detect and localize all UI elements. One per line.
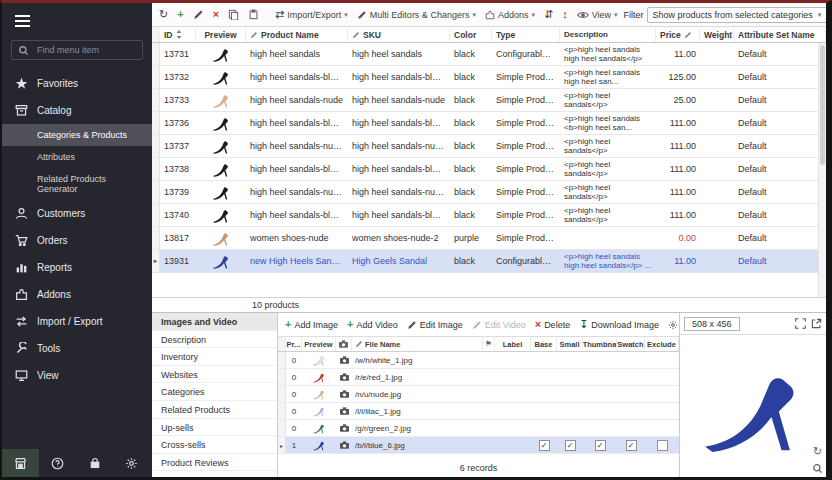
rotate-icon[interactable]: ↻ xyxy=(813,446,822,457)
sidebar-search[interactable] xyxy=(11,40,143,60)
column-header-weight[interactable]: Weight xyxy=(700,27,734,42)
column-header-small[interactable]: Small xyxy=(557,337,583,351)
tab-categories[interactable]: Categories xyxy=(152,383,277,401)
sidebar-item-reports[interactable]: Reports xyxy=(2,254,152,281)
gear-icon[interactable] xyxy=(113,449,150,477)
swatch-checkbox[interactable] xyxy=(626,440,637,451)
list-item[interactable]: 0 /n/u/nude.jpg xyxy=(278,386,679,403)
image-size-field[interactable]: 508 x 456 xyxy=(684,317,740,331)
column-header-description[interactable]: Description xyxy=(560,27,656,42)
sidebar-item-related-products-generator[interactable]: Related Products Generator xyxy=(2,168,152,200)
small-checkbox[interactable] xyxy=(565,440,576,451)
download-image-button[interactable]: ↧Download Image xyxy=(579,319,659,330)
column-header-base[interactable]: Base xyxy=(531,337,557,351)
scrollbar-thumb[interactable] xyxy=(820,45,825,165)
multi-editors-menu[interactable]: Multi Editors & Changers▾ xyxy=(354,8,479,22)
paste-button[interactable] xyxy=(245,7,262,22)
column-header-price[interactable]: Price xyxy=(656,27,700,42)
table-row[interactable]: 13740 high heel sandals-black-38 high he… xyxy=(152,204,826,227)
exclude-checkbox[interactable] xyxy=(657,440,668,451)
column-header-preview[interactable]: Preview xyxy=(196,27,246,42)
tab-websites[interactable]: Websites xyxy=(152,366,277,384)
copy-button[interactable] xyxy=(225,7,242,22)
column-header-type[interactable]: Type xyxy=(492,27,560,42)
table-row[interactable]: 13738 high heel sandals-black-37 high he… xyxy=(152,158,826,181)
table-row[interactable]: 13731 high heel sandals high heel sandal… xyxy=(152,43,826,66)
column-header-id[interactable]: ID xyxy=(160,27,196,42)
table-row[interactable]: 13732 high heel sandals-black high heel … xyxy=(152,66,826,89)
column-header-swatch[interactable]: Swatch xyxy=(617,337,645,351)
tab-up-sells[interactable]: Up-sells xyxy=(152,419,277,437)
add-image-button[interactable]: +Add Image xyxy=(285,319,338,330)
tab-description[interactable]: Description xyxy=(152,331,277,349)
column-header-product-name[interactable]: Product Name xyxy=(246,27,348,42)
add-video-button[interactable]: +Add Video xyxy=(347,319,398,330)
column-header-position[interactable]: Pr... xyxy=(286,337,302,351)
table-row[interactable]: 13739 high heel sandals-nude-37 high hee… xyxy=(152,181,826,204)
cell-small[interactable] xyxy=(557,440,583,451)
sidebar-item-import-export[interactable]: Import / Export xyxy=(2,308,152,335)
zoom-icon[interactable] xyxy=(812,463,823,474)
tab-inventory[interactable]: Inventory xyxy=(152,348,277,366)
store-icon[interactable] xyxy=(2,449,39,477)
column-header-sku[interactable]: SKU xyxy=(348,27,450,42)
menu-icon[interactable] xyxy=(2,3,152,36)
column-header-preview[interactable]: Preview xyxy=(302,337,336,351)
column-header-thumbnail[interactable]: Thumbna xyxy=(583,337,617,351)
fit-screen-button[interactable] xyxy=(795,318,806,329)
tab-product-reviews[interactable]: Product Reviews xyxy=(152,454,277,472)
preview-image-area[interactable]: ↻ xyxy=(680,335,826,477)
help-icon[interactable] xyxy=(39,449,76,477)
tab-related-products[interactable]: Related Products xyxy=(152,401,277,419)
sidebar-item-categories-products[interactable]: Categories & Products xyxy=(2,124,152,146)
lock-icon[interactable] xyxy=(76,449,113,477)
column-header-file-name[interactable]: File Name xyxy=(352,337,483,351)
column-header-exclude[interactable]: Exclude xyxy=(645,337,679,351)
sidebar-item-attributes[interactable]: Attributes xyxy=(2,146,152,168)
column-header-attribute-set[interactable]: Attribute Set Name xyxy=(734,27,826,42)
expand-rows-button[interactable]: ↕ xyxy=(559,7,571,22)
list-item[interactable]: 1 /b/l/blue_6.jpg xyxy=(278,437,679,454)
table-row[interactable]: 13737 high heel sandals-nude-36 high hee… xyxy=(152,135,826,158)
list-item[interactable]: 0 /l/i/lilac_1.jpg xyxy=(278,403,679,420)
edit-video-button[interactable]: Edit Video xyxy=(472,320,526,330)
table-row[interactable]: 13736 high heel sandals-black-36 high he… xyxy=(152,112,826,135)
edit-image-button[interactable]: Edit Image xyxy=(407,320,463,330)
open-external-button[interactable] xyxy=(811,318,822,329)
cell-thumbnail[interactable] xyxy=(583,440,617,451)
sidebar-item-favorites[interactable]: Favorites xyxy=(2,70,152,97)
set-resize-rule-button[interactable]: Set Resize Rule xyxy=(668,320,679,330)
delete-product-button[interactable]: × xyxy=(210,7,222,22)
cell-swatch[interactable] xyxy=(617,440,645,451)
tab-images-and-video[interactable]: Images and Video xyxy=(152,313,277,331)
sidebar-item-addons[interactable]: Addons xyxy=(2,281,152,308)
import-export-menu[interactable]: ⇄ Import/Export▾ xyxy=(272,7,351,22)
sidebar-item-orders[interactable]: Orders xyxy=(2,227,152,254)
vertical-scrollbar[interactable] xyxy=(818,43,826,297)
sidebar-item-view[interactable]: View xyxy=(2,362,152,389)
thumbnail-checkbox[interactable] xyxy=(595,440,606,451)
edit-product-button[interactable] xyxy=(190,7,207,22)
refresh-button[interactable]: ↻ xyxy=(156,7,171,22)
search-input[interactable] xyxy=(35,44,135,56)
sidebar-item-tools[interactable]: Tools xyxy=(2,335,152,362)
filter-select[interactable]: Show products from selected categories ▾ xyxy=(647,7,826,23)
delete-image-button[interactable]: ×Delete xyxy=(535,319,570,330)
table-row[interactable]: 13931 new High Heels Sandals High Geels … xyxy=(152,250,826,273)
column-header-color[interactable]: Color xyxy=(450,27,492,42)
tab-cross-sells[interactable]: Cross-sells xyxy=(152,436,277,454)
view-menu[interactable]: View▾ xyxy=(574,8,621,22)
base-checkbox[interactable] xyxy=(539,440,550,451)
sidebar-item-customers[interactable]: Customers xyxy=(2,200,152,227)
column-header-camera[interactable] xyxy=(336,337,352,351)
add-product-button[interactable]: + xyxy=(174,7,186,22)
cell-base[interactable] xyxy=(531,440,557,451)
table-row[interactable]: 13733 high heel sandals-nude high heel s… xyxy=(152,89,826,112)
list-item[interactable]: 0 /r/e/red_1.jpg xyxy=(278,369,679,386)
list-item[interactable]: 0 /w/h/white_1.jpg xyxy=(278,352,679,369)
cell-exclude[interactable] xyxy=(645,440,679,451)
column-header-label[interactable]: Label xyxy=(495,337,531,351)
addons-menu[interactable]: Addons▾ xyxy=(482,8,538,22)
column-header-flag[interactable]: ⚑ xyxy=(483,337,495,351)
sort-asc-button[interactable]: ⇵ xyxy=(541,7,556,22)
